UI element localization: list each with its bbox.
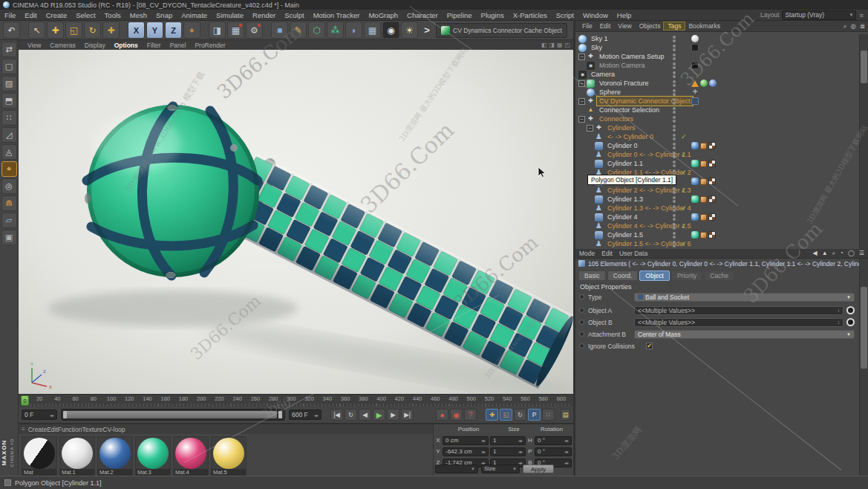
range-bar[interactable] (63, 411, 277, 418)
menu-snap[interactable]: Snap (151, 11, 177, 19)
texture-mode-button[interactable]: ▨ (1, 76, 17, 91)
next-frame-button[interactable]: ▶ (387, 409, 399, 421)
back-icon[interactable]: ◀ (812, 250, 817, 257)
rotation-p-field[interactable]: 0 °◂▸ (535, 447, 572, 456)
enabled-check-icon[interactable]: ✓ (681, 239, 687, 248)
tree-row-cylinder-1-1[interactable]: Cylinder 1.1 (578, 159, 859, 168)
expander-icon[interactable]: − (587, 125, 593, 132)
phong-tag-icon[interactable] (700, 143, 707, 149)
spinner-icon[interactable]: ◂▸ (481, 449, 486, 454)
menu-sculpt[interactable]: Sculpt (280, 11, 308, 19)
tree-row-cylinder-4-cylinder-1-5[interactable]: ♟Cylinder 4 <- -> Cylinder 1.5✓ (578, 221, 859, 230)
am-menu-mode[interactable]: Mode (579, 250, 595, 257)
mat-teal-tag-icon[interactable] (691, 160, 699, 167)
lock-workplane-button[interactable]: ▣ (1, 230, 17, 245)
goto-end-button[interactable]: ▶| (401, 409, 414, 421)
material-swatch-mat-1[interactable]: Mat.1 (59, 436, 95, 477)
spinner-icon[interactable]: ◂▸ (50, 412, 54, 418)
material-menu-cv-loop[interactable]: CV-loop (102, 426, 125, 433)
panel-menu-icon[interactable]: ≣ (860, 22, 865, 30)
visibility-dots-icon[interactable] (672, 232, 676, 239)
generators-button[interactable]: ⬡ (308, 22, 325, 39)
timeline-playhead[interactable]: 0 (21, 395, 29, 406)
view-layout-icon[interactable]: ◰ (564, 42, 570, 48)
anim-dot-icon[interactable] (579, 308, 584, 313)
tree-row-motion-camera-setup[interactable]: −✚Motion Camera Setup (578, 52, 859, 61)
spinner-icon[interactable]: ◂▸ (564, 449, 569, 454)
render-view-button[interactable]: ◨ (209, 22, 226, 39)
type-dropdown[interactable]: Ball and Socket ▼ (634, 293, 855, 302)
expander-icon[interactable]: − (578, 54, 585, 60)
history-icon[interactable]: ◔ (840, 250, 843, 257)
mograph-button[interactable]: ⁂ (327, 22, 344, 39)
om-menu-objects[interactable]: Objects (636, 22, 665, 30)
render-settings-button[interactable]: ⚙ (246, 22, 263, 39)
enable-axis-button[interactable]: ⌖ (1, 161, 17, 177)
list-icon[interactable]: ☰ (859, 250, 864, 257)
expander-icon[interactable]: − (578, 116, 585, 123)
scrollbar-thumb[interactable] (861, 51, 867, 83)
am-menu-edit[interactable]: Edit (601, 250, 613, 257)
lock-icon[interactable]: ◯ (848, 250, 855, 257)
view-layout-icon[interactable]: ◨ (549, 42, 555, 48)
key-parameter-toggle[interactable]: P (528, 409, 541, 421)
am-menu-user-data[interactable]: User Data (619, 250, 647, 257)
checker-tag-icon[interactable] (708, 142, 716, 149)
viewport-menu-options[interactable]: Options (110, 42, 143, 49)
visibility-dots-icon[interactable] (672, 36, 676, 42)
object-manager-scrollbar[interactable] (859, 34, 868, 249)
material-swatch-mat-4[interactable]: Mat.4 (173, 436, 209, 477)
object-picker-icon[interactable] (846, 306, 855, 314)
material-menu-function[interactable]: Function (58, 426, 82, 433)
visibility-dots-icon[interactable] (672, 134, 676, 140)
object-a-field[interactable]: <<Multiple Values>> ↕ (634, 306, 843, 315)
menu-motion-tracker[interactable]: Motion Tracker (309, 11, 365, 19)
tree-row-cylinder-1-3[interactable]: Cylinder 1.3 (578, 195, 859, 204)
checker-tag-icon[interactable] (708, 231, 716, 239)
tree-row-cylinder-4[interactable]: Cylinder 4 (578, 213, 859, 221)
material-swatch-mat-2[interactable]: Mat.2 (97, 436, 133, 477)
tab-coord[interactable]: Coord. (607, 271, 639, 281)
menu-edit[interactable]: Edit (20, 11, 41, 19)
tree-row-cv-dynamic-connector-object[interactable]: −✚CV Dynamic Connector Object (578, 97, 859, 106)
key-position-toggle[interactable]: ✚ (486, 409, 498, 421)
spinner-icon[interactable]: ↕ (838, 320, 841, 325)
phong-tag-icon[interactable] (700, 196, 707, 203)
visibility-dots-icon[interactable] (672, 89, 676, 96)
menu-mograph[interactable]: MoGraph (364, 11, 402, 19)
prev-frame-button[interactable]: ◀ (359, 409, 371, 421)
visibility-dots-icon[interactable] (672, 223, 676, 230)
material-menu-edit[interactable]: Edit (47, 426, 58, 433)
visibility-dots-icon[interactable] (672, 241, 676, 247)
apply-button[interactable]: Apply (523, 464, 554, 473)
menu-create[interactable]: Create (42, 11, 72, 19)
visibility-dots-icon[interactable] (672, 62, 676, 69)
enabled-check-icon[interactable]: ✓ (681, 204, 687, 213)
visibility-dots-icon[interactable] (672, 80, 676, 87)
visibility-dots-icon[interactable] (672, 54, 676, 60)
current-frame-field[interactable]: 0 F ◂▸ (22, 409, 57, 420)
material-menu-texture[interactable]: Texture (82, 426, 102, 433)
menu-tools[interactable]: Tools (100, 11, 125, 19)
attachment-b-dropdown[interactable]: Center of Mass ▼ (634, 330, 855, 339)
om-menu-view[interactable]: View (614, 22, 635, 30)
viewport-menu-prorender[interactable]: ProRender (190, 42, 229, 49)
forward-icon[interactable]: ▲ (822, 250, 828, 257)
workplane-mode-button[interactable]: ⬒ (1, 93, 17, 109)
anim-dot-icon[interactable] (579, 343, 584, 349)
tree-row-cylinder-1-5-cylinder-6[interactable]: ♟Cylinder 1.5 <- -> Cylinder 6✓ (578, 239, 859, 248)
viewport-menu-panel[interactable]: Panel (166, 42, 191, 49)
range-handle-left[interactable] (63, 411, 67, 418)
cross-tag-icon[interactable]: ✛ (691, 88, 699, 96)
menu-select[interactable]: Select (71, 11, 99, 19)
checker-tag-icon[interactable] (708, 160, 716, 167)
material-menu-create[interactable]: Create (28, 426, 48, 433)
size-y-field[interactable]: 1◂▸ (490, 447, 526, 456)
timeline-options-button[interactable]: ▤ (561, 409, 570, 421)
lock-x-button[interactable]: X (128, 22, 145, 39)
ignore-collisions-checkbox[interactable]: ✔ (646, 343, 653, 349)
tree-row-camera[interactable]: ◉Camera (578, 70, 859, 79)
phong-tag-icon[interactable] (700, 214, 707, 221)
tree-row-cylinder-1-3-cylinder-4[interactable]: ♟Cylinder 1.3 <- -> Cylinder 4✓ (578, 204, 859, 213)
tree-row-cylinder-0-cylinder-1-1[interactable]: ♟Cylinder 0 <- -> Cylinder 1.1✓ (578, 150, 859, 159)
